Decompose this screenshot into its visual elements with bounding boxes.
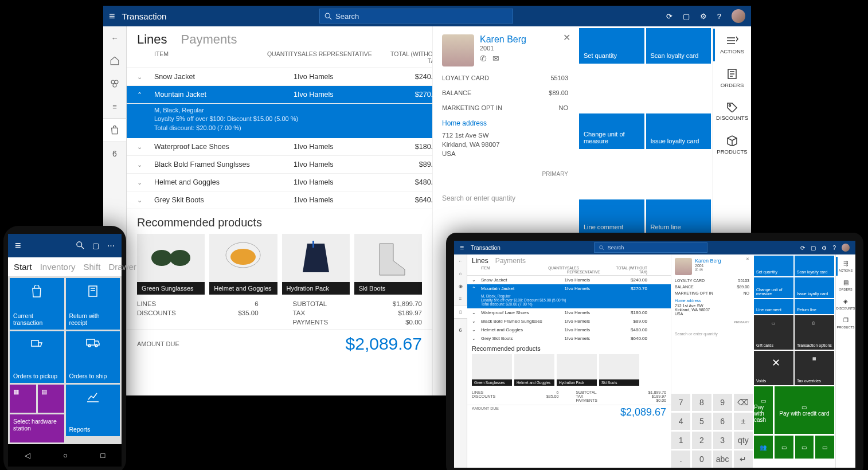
key-7[interactable]: 7 — [671, 394, 690, 411]
line-row[interactable]: ⌄Grey Skit Boots1Ivo Hamels$640.00 — [127, 191, 432, 209]
line-row-selected[interactable]: ⌃Mountain Jacket1Ivo Hamels$270.70 — [467, 284, 671, 293]
tab-payments[interactable]: Payments — [181, 32, 237, 47]
product-card[interactable]: Ski Boots — [354, 234, 422, 295]
user-avatar[interactable] — [732, 9, 745, 23]
search-input[interactable]: Search — [319, 9, 513, 23]
key-8[interactable]: 8 — [692, 394, 711, 411]
refresh-icon[interactable]: ⟳ — [800, 245, 805, 251]
tile-scan-loyalty[interactable]: Scan loyalty card — [795, 256, 834, 276]
mail-icon[interactable]: ✉ — [492, 54, 499, 63]
tile-issue-loyalty[interactable]: Issue loyalty card — [795, 277, 834, 298]
tile-change-uom[interactable]: Change unit of measure — [754, 277, 793, 298]
tile-hw-sub1[interactable]: ▦ — [10, 385, 36, 413]
line-row[interactable]: ⌄Snow Jacket1Ivo Hamels$240.00 — [467, 276, 671, 284]
key-0[interactable]: 0 — [692, 451, 711, 468]
key-dot[interactable]: . — [671, 451, 690, 468]
tile-issue-loyalty[interactable]: Issue loyalty card — [646, 113, 711, 149]
rail-orders[interactable]: ORDERS — [713, 61, 751, 95]
catalog-icon[interactable] — [103, 72, 126, 95]
tile-return-line[interactable]: Return line — [795, 299, 834, 314]
product-card[interactable]: Hydration Pack — [557, 354, 597, 386]
phone-tab-inventory[interactable]: Inventory — [40, 262, 76, 272]
tab-lines[interactable]: Lines — [137, 32, 167, 47]
line-row[interactable]: ⌄Helmet and Goggles1Ivo Hamels$480.00 — [467, 326, 671, 334]
tile-voids[interactable]: ✕Voids — [754, 351, 793, 385]
tile-pay-sub3[interactable]: ▭ — [795, 436, 814, 459]
tile-orders-pickup[interactable]: Orders to pickup — [10, 331, 64, 383]
tile-set-quantity[interactable]: Set quantity — [579, 28, 644, 64]
rail-discounts[interactable]: ◈DISCOUNTS — [836, 295, 855, 314]
chat-icon[interactable]: ▢ — [92, 241, 99, 250]
phone-tab-start[interactable]: Start — [14, 262, 32, 272]
line-row-selected[interactable]: ⌃Mountain Jacket1Ivo Hamels$270.70 — [127, 86, 432, 104]
phone-icon[interactable]: ✆ — [480, 54, 487, 63]
key-5[interactable]: 5 — [692, 413, 711, 430]
tile-change-uom[interactable]: Change unit of measure — [579, 113, 644, 149]
nav-recent-icon[interactable]: □ — [100, 451, 105, 460]
tile-set-quantity[interactable]: Set quantity — [754, 256, 793, 276]
help-icon[interactable]: ? — [832, 245, 836, 251]
search-icon[interactable] — [76, 241, 84, 249]
more-icon[interactable]: ⋯ — [107, 241, 115, 250]
tile-scan-loyalty[interactable]: Scan loyalty card — [646, 28, 711, 64]
phone-tab-shift[interactable]: Shift — [83, 262, 100, 272]
product-card[interactable]: Green Sunglasses — [472, 354, 512, 386]
tile-line-comment[interactable]: Line comment — [754, 299, 793, 314]
tile-current-transaction[interactable]: Current transaction — [10, 278, 64, 330]
product-card[interactable]: Hydration Pack — [282, 234, 350, 295]
help-icon[interactable]: ? — [717, 12, 721, 21]
key-enter[interactable]: ↵ — [734, 451, 753, 468]
nav-back-icon[interactable]: ◁ — [25, 451, 30, 460]
line-row[interactable]: ⌄Black Bold Framed Sunglsses1Ivo Hamels$… — [127, 156, 432, 174]
nav-home-icon[interactable]: ○ — [63, 451, 68, 460]
line-row[interactable]: ⌄Helmet and Goggles1Ivo Hamels$480.00 — [127, 174, 432, 191]
bag-icon[interactable] — [103, 118, 127, 142]
menu-icon[interactable]: ≡ — [15, 240, 21, 252]
back-icon[interactable]: ← — [103, 26, 126, 49]
rail-products[interactable]: PRODUCTS — [713, 128, 751, 162]
rail-actions[interactable]: ACTIONS — [713, 29, 751, 61]
key-1[interactable]: 1 — [671, 432, 690, 449]
settings-icon[interactable]: ⚙ — [822, 245, 827, 251]
search-quantity-prompt[interactable]: Search or enter quantity — [442, 194, 568, 202]
line-row[interactable]: ⌄Waterproof Lace Shoes1Ivo Hamels$180.00 — [127, 138, 432, 156]
close-icon[interactable]: ✕ — [563, 32, 570, 43]
tile-hardware-station[interactable]: Select hardware station — [10, 414, 64, 442]
line-row[interactable]: ⌄Snow Jacket1Ivo Hamels$240.00 — [127, 68, 432, 86]
rail-discounts[interactable]: DISCOUNTS — [713, 95, 751, 128]
key-9[interactable]: 9 — [713, 394, 732, 411]
home-address-link[interactable]: Home address — [442, 119, 568, 127]
tile-pay-cash[interactable]: ▭Pay with cash — [754, 386, 773, 434]
tile-tax-overrides[interactable]: ▦Tax overrides — [795, 351, 834, 385]
menu-icon[interactable]: ≡ — [460, 244, 464, 252]
tile-return-line[interactable]: Return line — [646, 199, 711, 235]
list-icon[interactable]: ≡ — [103, 95, 126, 118]
customer-name[interactable]: Karen Berg — [480, 34, 526, 45]
key-backspace[interactable]: ⌫ — [734, 394, 753, 411]
product-card[interactable]: Helmet and Goggles — [514, 354, 554, 386]
phone-tab-drawer[interactable]: Drawer — [108, 262, 136, 272]
home-icon[interactable] — [103, 49, 126, 72]
tile-pay-sub1[interactable]: 👥 — [754, 436, 773, 459]
product-card[interactable]: Green Sunglasses — [137, 234, 205, 295]
chat-icon[interactable]: ▢ — [811, 245, 816, 251]
tile-reports[interactable]: Reports — [66, 385, 120, 436]
product-card[interactable]: Ski Boots — [599, 354, 639, 386]
key-3[interactable]: 3 — [713, 432, 732, 449]
key-2[interactable]: 2 — [692, 432, 711, 449]
user-avatar[interactable] — [842, 244, 850, 252]
line-row[interactable]: ⌄Black Bold Framed Sunglsses1Ivo Hamels$… — [467, 317, 671, 326]
search-input[interactable]: Search — [594, 242, 707, 253]
settings-icon[interactable]: ⚙ — [700, 12, 707, 21]
tile-hw-sub2[interactable]: ▤ — [38, 385, 64, 413]
tile-transaction-options[interactable]: ▯Transaction options — [795, 315, 834, 350]
refresh-icon[interactable]: ⟳ — [666, 12, 672, 21]
key-plusminus[interactable]: ± — [734, 413, 753, 430]
rail-products[interactable]: ❒PRODUCTS — [836, 314, 855, 332]
key-6[interactable]: 6 — [713, 413, 732, 430]
tile-pay-credit[interactable]: ▭Pay with credit card — [775, 386, 834, 434]
tile-gift-cards[interactable]: ▭Gift cards — [754, 315, 793, 350]
key-qty[interactable]: qty — [734, 432, 753, 449]
line-row[interactable]: ⌄Grey Skit Boots1Ivo Hamels$640.00 — [467, 334, 671, 343]
tile-orders-ship[interactable]: Orders to ship — [66, 331, 120, 383]
